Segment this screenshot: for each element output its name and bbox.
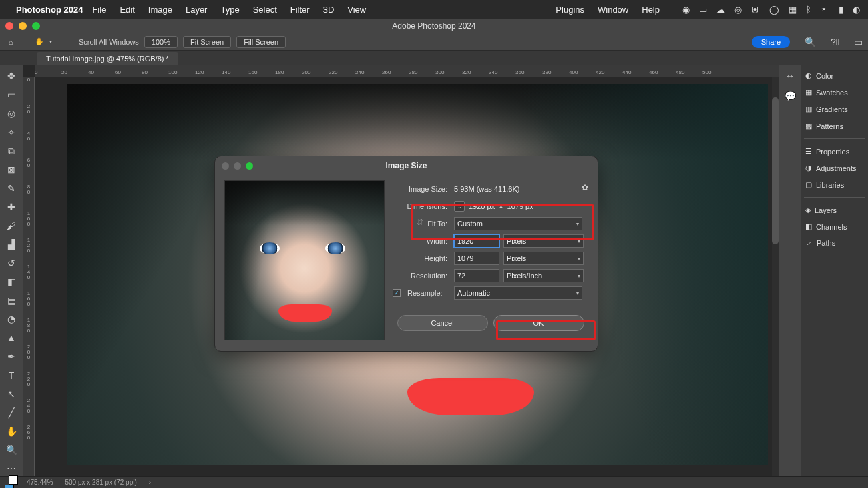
panel-color[interactable]: ◐Color [804,69,865,82]
gradient-tool-icon[interactable]: ▤ [4,294,19,307]
panel-swatches[interactable]: ▦Swatches [804,86,865,99]
zoom-100-button[interactable]: 100% [144,36,178,48]
more-tools-icon[interactable]: ⋯ [4,462,19,475]
menu-image[interactable]: Image [148,5,172,15]
shield-icon[interactable]: ⛨ [751,5,760,15]
menu-plugins[interactable]: Plugins [556,5,584,15]
width-unit-select[interactable]: Pixels▾ [503,234,584,248]
frame-tool-icon[interactable]: ⊠ [4,163,19,176]
background-color-swatch[interactable] [9,475,18,485]
close-window-button[interactable] [5,22,13,30]
width-input[interactable] [454,234,499,248]
menu-window[interactable]: Window [598,5,628,15]
dimensions-unit-dropdown[interactable]: ⌄ [454,201,465,212]
dodge-tool-icon[interactable]: ▲ [4,331,19,344]
eyedropper-tool-icon[interactable]: ✎ [4,182,19,195]
canvas-area: 0204060801001201401601802002202402602803… [23,65,779,476]
tool-dropdown-icon[interactable]: ▾ [49,39,52,45]
dialog-titlebar[interactable]: Image Size [215,156,598,175]
ok-button[interactable]: OK [493,315,584,331]
panel-layers[interactable]: ◈Layers [804,204,865,216]
circle-icon[interactable]: ◯ [769,5,779,15]
menu-edit[interactable]: Edit [120,5,134,15]
dialog-close-button[interactable] [222,162,229,170]
status-doc-info[interactable]: 500 px x 281 px (72 ppi) [65,479,136,486]
menu-3d[interactable]: 3D [323,5,335,15]
panel-properties[interactable]: ☰Properties [804,145,865,158]
history-brush-tool-icon[interactable]: ↺ [4,256,19,270]
panel-gradients[interactable]: ▥Gradients [804,103,865,115]
zoom-tool-icon[interactable]: 🔍 [4,443,19,457]
menu-help[interactable]: Help [642,5,660,15]
type-tool-icon[interactable]: T [4,369,19,382]
foreground-color-swatch[interactable] [5,485,14,488]
status-chevron-icon[interactable]: › [149,479,151,486]
panel-libraries[interactable]: ▢Libraries [804,178,865,191]
bluetooth-icon[interactable]: ᛒ [806,5,811,15]
panel-paths[interactable]: ⟋Paths [804,237,865,249]
panel-adjustments[interactable]: ◑Adjustments [804,162,865,174]
cc-icon[interactable]: ◎ [734,5,742,15]
control-center-icon[interactable]: ◐ [853,5,860,15]
resolution-input[interactable] [454,269,499,282]
height-unit-select[interactable]: Pixels▾ [503,252,584,265]
menu-file[interactable]: File [92,5,106,15]
screen-icon[interactable]: ▭ [699,5,707,15]
wand-tool-icon[interactable]: ✧ [4,126,19,139]
minimize-window-button[interactable] [19,22,27,30]
workspace-icon[interactable]: ▭ [854,37,863,47]
path-tool-icon[interactable]: ↖ [4,387,19,401]
hand-tool-icon[interactable]: ✋ [4,425,19,438]
record-icon[interactable]: ◉ [682,5,690,15]
healing-tool-icon[interactable]: ✚ [4,200,19,214]
dialog-preview[interactable] [224,180,385,340]
cancel-button[interactable]: Cancel [397,315,488,331]
panel-channels[interactable]: ◧Channels [804,220,865,233]
lasso-tool-icon[interactable]: ◎ [4,107,19,120]
stamp-tool-icon[interactable]: ▟ [4,238,19,251]
resample-select[interactable]: Automatic▾ [454,286,582,300]
constrain-proportions-icon[interactable]: ⇵ [415,211,425,234]
crop-tool-icon[interactable]: ⧉ [4,144,19,158]
height-input[interactable] [454,252,499,265]
hand-tool-icon[interactable]: ✋ [35,37,44,46]
gear-icon[interactable]: ✿ [582,183,588,192]
status-zoom[interactable]: 475.44% [27,479,53,486]
dialog-maximize-button[interactable] [246,162,253,170]
fill-screen-button[interactable]: Fill Screen [236,36,286,48]
app-icon[interactable]: ▦ [789,5,797,15]
panel-patterns[interactable]: ▩Patterns [804,119,865,132]
maximize-window-button[interactable] [32,22,40,30]
home-icon[interactable]: ⌂ [5,38,16,46]
document-tab[interactable]: Tutorial Image.jpg @ 475% (RGB/8) * [37,52,178,65]
battery-icon[interactable]: ▮ [839,5,843,15]
fit-to-select[interactable]: Custom▾ [454,217,582,230]
menu-filter[interactable]: Filter [290,5,310,15]
eraser-tool-icon[interactable]: ◧ [4,275,19,288]
resample-checkbox[interactable]: ✓ [393,289,401,297]
app-name[interactable]: Photoshop 2024 [16,5,83,15]
panel-icon-history[interactable]: ↔ [785,71,795,81]
share-button[interactable]: Share [752,36,790,48]
menu-view[interactable]: View [347,5,366,15]
marquee-tool-icon[interactable]: ▭ [4,88,19,101]
menu-select[interactable]: Select [253,5,277,15]
shape-tool-icon[interactable]: ╱ [4,406,19,419]
panel-icon-comments[interactable]: 💬 [785,91,796,101]
resolution-unit-select[interactable]: Pixels/Inch▾ [503,269,584,282]
scrollbar-thumb[interactable] [772,97,779,244]
scroll-all-checkbox[interactable] [67,39,73,45]
help-icon[interactable]: ?⃝ [831,37,839,47]
cloud-icon[interactable]: ☁ [716,5,725,15]
search-icon[interactable]: 🔍 [805,37,816,47]
dialog-minimize-button[interactable] [234,162,241,170]
wifi-icon[interactable]: ᯤ [821,5,829,15]
menu-type[interactable]: Type [220,5,239,15]
fit-screen-button[interactable]: Fit Screen [183,36,231,48]
move-tool-icon[interactable]: ✥ [4,69,19,83]
menu-layer[interactable]: Layer [186,5,208,15]
blur-tool-icon[interactable]: ◔ [4,312,19,326]
vertical-scrollbar[interactable] [772,77,779,476]
brush-tool-icon[interactable]: 🖌 [4,219,19,232]
pen-tool-icon[interactable]: ✒ [4,350,19,363]
